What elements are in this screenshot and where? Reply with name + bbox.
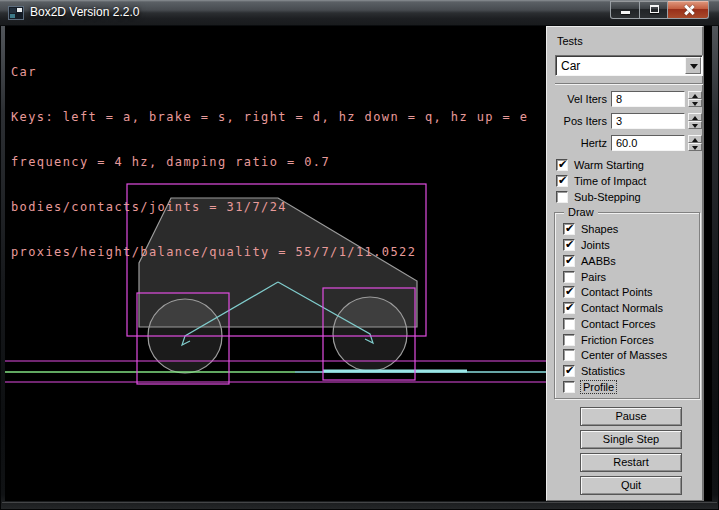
warm-starting-label: Warm Starting xyxy=(574,159,644,171)
vel-iters-up-button[interactable] xyxy=(688,91,702,99)
quit-button[interactable]: Quit xyxy=(580,476,682,495)
pause-button[interactable]: Pause xyxy=(580,407,682,426)
checkbox-icon: ✔ xyxy=(563,239,575,251)
sub-stepping-label: Sub-Stepping xyxy=(574,191,641,203)
arrow-down-icon xyxy=(692,102,698,106)
vel-iters-down-button[interactable] xyxy=(688,99,702,107)
checkbox-icon: ✔ xyxy=(563,302,575,314)
minimize-icon xyxy=(621,11,630,14)
window-bottom-edge xyxy=(2,502,717,503)
friction-forces-label: Friction Forces xyxy=(581,334,654,346)
vel-iters-input[interactable] xyxy=(611,91,685,107)
separator xyxy=(555,83,703,85)
pos-iters-label: Pos Iters xyxy=(547,115,607,127)
title-bar[interactable]: Box2D Version 2.2.0 xyxy=(0,0,719,26)
hertz-stepper xyxy=(688,135,702,151)
pos-iters-input[interactable] xyxy=(611,113,685,129)
frequency-text: frequency = 4 hz, damping ratio = 0.7 xyxy=(11,155,528,170)
checkbox-icon: ✔ xyxy=(563,365,575,377)
vel-iters-row: Vel Iters xyxy=(547,91,705,108)
pairs-label: Pairs xyxy=(581,271,606,283)
checkbox-icon xyxy=(556,191,568,203)
close-button[interactable] xyxy=(667,1,709,19)
draw-group-title: Draw xyxy=(564,206,598,218)
arrow-up-icon xyxy=(692,94,698,98)
checkbox-icon xyxy=(563,318,575,330)
checkbox-icon: ✔ xyxy=(556,159,568,171)
close-icon xyxy=(684,5,694,15)
checkbox-icon xyxy=(563,271,575,283)
checkbox-icon: ✔ xyxy=(563,223,575,235)
draw-groupbox: Draw ✔ Shapes ✔ Joints ✔ AABBs Pairs xyxy=(554,212,700,399)
debug-text-overlay: Car Keys: left = a, brake = s, right = d… xyxy=(11,35,528,290)
aabbs-label: AABBs xyxy=(581,255,616,267)
chevron-down-icon xyxy=(690,64,698,69)
pos-iters-down-button[interactable] xyxy=(688,121,702,129)
profile-label: Profile xyxy=(581,381,616,393)
center-of-masses-label: Center of Masses xyxy=(581,349,667,361)
checkbox-icon: ✔ xyxy=(563,286,575,298)
app-icon xyxy=(8,5,24,21)
stats-proxies-text: proxies/height/balance/quality = 55/7/1/… xyxy=(11,245,528,260)
hertz-up-button[interactable] xyxy=(688,135,702,143)
contact-forces-label: Contact Forces xyxy=(581,318,656,330)
checkbox-icon: ✔ xyxy=(556,175,568,187)
window-title: Box2D Version 2.2.0 xyxy=(30,5,139,19)
hertz-label: Hertz xyxy=(547,137,607,149)
arrow-up-icon xyxy=(692,116,698,120)
minimize-button[interactable] xyxy=(610,1,640,19)
test-select-dropdown[interactable]: Car xyxy=(555,55,703,76)
client-area: Car Keys: left = a, brake = s, right = d… xyxy=(5,26,712,501)
arrow-down-icon xyxy=(692,146,698,150)
tests-label: Tests xyxy=(557,35,583,47)
shapes-label: Shapes xyxy=(581,223,618,235)
hertz-row: Hertz xyxy=(547,135,705,152)
single-step-button[interactable]: Single Step xyxy=(580,430,682,449)
joints-label: Joints xyxy=(581,239,610,251)
pos-iters-row: Pos Iters xyxy=(547,113,705,130)
app-window: Box2D Version 2.2.0 xyxy=(0,0,719,510)
hertz-down-button[interactable] xyxy=(688,143,702,151)
vel-iters-stepper xyxy=(688,91,702,107)
restart-button[interactable]: Restart xyxy=(580,453,682,472)
stats-bodies-text: bodies/contacts/joints = 31/7/24 xyxy=(11,200,528,215)
checkbox-icon: ✔ xyxy=(563,255,575,267)
maximize-button[interactable] xyxy=(639,1,668,19)
hertz-input[interactable] xyxy=(611,135,685,151)
vel-iters-label: Vel Iters xyxy=(547,93,607,105)
statistics-label: Statistics xyxy=(581,365,625,377)
contact-normals-label: Contact Normals xyxy=(581,302,663,314)
test-title-text: Car xyxy=(11,65,528,80)
checkbox-icon xyxy=(563,349,575,361)
maximize-icon xyxy=(650,5,659,13)
pos-iters-stepper xyxy=(688,113,702,129)
time-of-impact-label: Time of Impact xyxy=(574,175,646,187)
arrow-down-icon xyxy=(692,124,698,128)
contact-points-label: Contact Points xyxy=(581,286,653,298)
checkbox-icon xyxy=(563,381,575,393)
test-selected-value: Car xyxy=(561,59,580,73)
pos-iters-up-button[interactable] xyxy=(688,113,702,121)
keys-help-text: Keys: left = a, brake = s, right = d, hz… xyxy=(11,110,528,125)
dropdown-button[interactable] xyxy=(685,57,701,74)
checkbox-icon xyxy=(563,334,575,346)
window-controls xyxy=(611,1,709,19)
arrow-up-icon xyxy=(692,138,698,142)
control-panel: Tests Car Vel Iters Pos Iters xyxy=(546,26,704,501)
